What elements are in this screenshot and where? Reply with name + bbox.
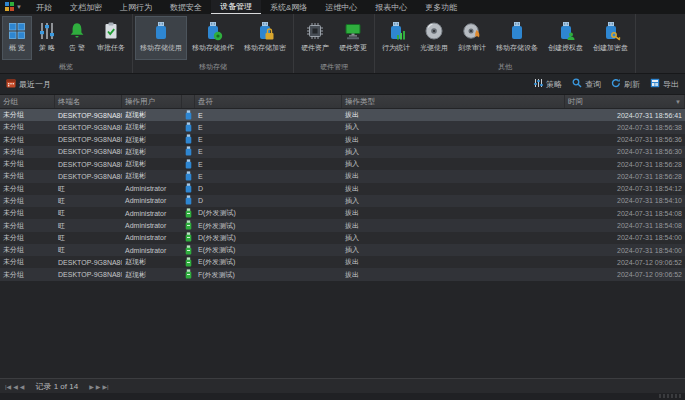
table-row[interactable]: 未分组旺AdministratorE(外发测试)拔出2024-07-31 18:… (0, 219, 685, 231)
toolbar-action-2[interactable]: 刷新 (611, 78, 640, 90)
menu-item-6[interactable]: 运维中心 (316, 0, 366, 14)
ribbon-button-2-1[interactable]: 硬件变更 (334, 16, 372, 60)
ribbon-button-label: 策 略 (39, 43, 55, 53)
nav-prev-button-0[interactable]: |◀ (4, 384, 12, 390)
app-menu-button[interactable]: ▼ (0, 0, 27, 14)
menu-item-0[interactable]: 开始 (27, 0, 61, 14)
menu-item-8[interactable]: 更多功能 (416, 0, 466, 14)
menu-item-3[interactable]: 数据安全 (161, 0, 211, 14)
table-empty-area (0, 281, 685, 378)
ribbon-button-1-1[interactable]: 移动存储操作 (187, 16, 239, 60)
drive-icon-cell (182, 195, 195, 207)
menubar-items: 开始文档加密上网行为数据安全设备管理系统&网络运维中心报表中心更多功能 (27, 0, 466, 14)
ribbon-button-3-4[interactable]: 创建授权盘 (543, 16, 588, 60)
sliders-icon (37, 20, 57, 42)
ribbon-button-0-0[interactable]: 概 览 (2, 16, 32, 60)
toolbar-action-0[interactable]: 策略 (533, 78, 562, 90)
ribbon-button-1-0[interactable]: 移动存储使用 (135, 16, 187, 60)
table-row[interactable]: 未分组DESKTOP-9G8NA80赵现彬E拔出2024-07-31 18:56… (0, 170, 685, 182)
usb-blue-icon (185, 171, 192, 182)
disc-burn-icon (462, 20, 482, 42)
ribbon-button-3-5[interactable]: 创建加密盘 (588, 16, 633, 60)
disc-icon (424, 20, 444, 42)
nav-next-button-2[interactable]: ▶| (101, 384, 109, 390)
terminal-cell: 旺 (55, 219, 122, 231)
statusbar: |◀◀◀ 记录 1 of 14 ▶▶▶| (0, 378, 685, 393)
menu-item-7[interactable]: 报表中心 (366, 0, 416, 14)
ribbon-button-0-3[interactable]: 审批任务 (92, 16, 130, 60)
table-row[interactable]: 未分组旺AdministratorD(外发测试)拔出2024-07-31 18:… (0, 207, 685, 219)
ribbon-button-0-2[interactable]: 告 警 (62, 16, 92, 60)
usb-blue-icon (185, 146, 192, 157)
export-icon (650, 78, 660, 90)
search-icon (572, 78, 582, 90)
terminal-cell: DESKTOP-9G8NA80 (55, 146, 122, 158)
table-row[interactable]: 未分组旺AdministratorD(外发测试)插入2024-07-31 18:… (0, 232, 685, 244)
group-cell: 未分组 (0, 232, 55, 244)
nav-prev-button-1[interactable]: ◀ (12, 384, 19, 390)
table-row[interactable]: 未分组旺AdministratorD插入2024-07-31 18:54:10 (0, 195, 685, 207)
user-cell: 赵现彬 (122, 146, 182, 158)
table-row[interactable]: 未分组DESKTOP-9G8NA80赵现彬F(外发测试)拔出2024-07-12… (0, 268, 685, 280)
filter-caret-icon[interactable]: ▼ (675, 99, 681, 105)
menu-item-2[interactable]: 上网行为 (111, 0, 161, 14)
column-header-3[interactable] (182, 95, 195, 108)
column-header-0[interactable]: 分组 (0, 95, 55, 108)
time-cell: 2024-07-31 18:54:08 (565, 207, 685, 219)
drive-icon-cell (182, 244, 195, 256)
ribbon-button-3-1[interactable]: 光驱使用 (415, 16, 453, 60)
operation-cell: 拔出 (342, 268, 565, 280)
operation-cell: 拔出 (342, 219, 565, 231)
usb-green-icon (185, 269, 192, 280)
drive-icon-cell (182, 121, 195, 133)
menubar: ▼ 开始文档加密上网行为数据安全设备管理系统&网络运维中心报表中心更多功能 (0, 0, 685, 14)
menu-item-4[interactable]: 设备管理 (211, 0, 261, 14)
column-header-5[interactable]: 操作类型 (342, 95, 565, 108)
column-header-2[interactable]: 操作用户 (122, 95, 182, 108)
ribbon-button-label: 刻录审计 (458, 43, 486, 53)
ribbon-button-label: 概 览 (9, 43, 25, 53)
drive-cell: E(外发测试) (195, 256, 342, 268)
drive-cell: E (195, 158, 342, 170)
usb-green-icon (185, 257, 192, 268)
ribbon-button-label: 审批任务 (97, 43, 125, 53)
terminal-cell: DESKTOP-9G8NA80 (55, 268, 122, 280)
table-row[interactable]: 未分组DESKTOP-9G8NA80赵现彬E插入2024-07-31 18:56… (0, 121, 685, 133)
ribbon-button-1-2[interactable]: 移动存储加密 (239, 16, 291, 60)
ribbon-button-0-1[interactable]: 策 略 (32, 16, 62, 60)
drive-cell: D(外发测试) (195, 232, 342, 244)
toolbar-action-label: 导出 (663, 79, 679, 90)
table-row[interactable]: 未分组DESKTOP-9G8NA80赵现彬E插入2024-07-31 18:56… (0, 158, 685, 170)
toolbar-action-1[interactable]: 查询 (572, 78, 601, 90)
menu-item-1[interactable]: 文档加密 (61, 0, 111, 14)
drive-cell: E (195, 146, 342, 158)
table-row[interactable]: 未分组DESKTOP-9G8NA80赵现彬E插入2024-07-31 18:56… (0, 146, 685, 158)
usb-chart-icon (386, 20, 406, 42)
table-row[interactable]: 未分组DESKTOP-9G8NA80赵现彬E拔出2024-07-31 18:56… (0, 134, 685, 146)
usb-blue-icon (185, 122, 192, 133)
column-header-4[interactable]: 盘符 (195, 95, 342, 108)
group-cell: 未分组 (0, 134, 55, 146)
ribbon-button-2-0[interactable]: 硬件资产 (296, 16, 334, 60)
nav-prev-button-2[interactable]: ◀ (19, 384, 26, 390)
column-header-6[interactable]: 时间▼ (565, 95, 685, 108)
column-header-label: 盘符 (198, 97, 213, 107)
drive-cell: D(外发测试) (195, 207, 342, 219)
column-header-label: 时间 (568, 97, 583, 107)
table-row[interactable]: 未分组旺AdministratorD拔出2024-07-31 18:54:12 (0, 183, 685, 195)
table-row[interactable]: 未分组DESKTOP-9G8NA80赵现彬E拔出2024-07-31 18:56… (0, 109, 685, 121)
ribbon-button-3-3[interactable]: 移动存储设备 (491, 16, 543, 60)
table-row[interactable]: 未分组旺AdministratorE(外发测试)插入2024-07-31 18:… (0, 244, 685, 256)
table-row[interactable]: 未分组DESKTOP-9G8NA80赵现彬E(外发测试)拔出2024-07-12… (0, 256, 685, 268)
toolbar-action-3[interactable]: 导出 (650, 78, 679, 90)
usb-blue-icon (185, 134, 192, 145)
nav-next-button-0[interactable]: ▶ (88, 384, 95, 390)
ribbon-group-label: 其他 (377, 60, 633, 73)
ribbon-button-3-0[interactable]: 行为统计 (377, 16, 415, 60)
date-filter-button[interactable]: 最近一月 (6, 78, 51, 90)
group-cell: 未分组 (0, 244, 55, 256)
ribbon-button-3-2[interactable]: 刻录审计 (453, 16, 491, 60)
column-header-1[interactable]: 终端名 (55, 95, 122, 108)
menu-item-5[interactable]: 系统&网络 (261, 0, 316, 14)
terminal-cell: DESKTOP-9G8NA80 (55, 170, 122, 182)
